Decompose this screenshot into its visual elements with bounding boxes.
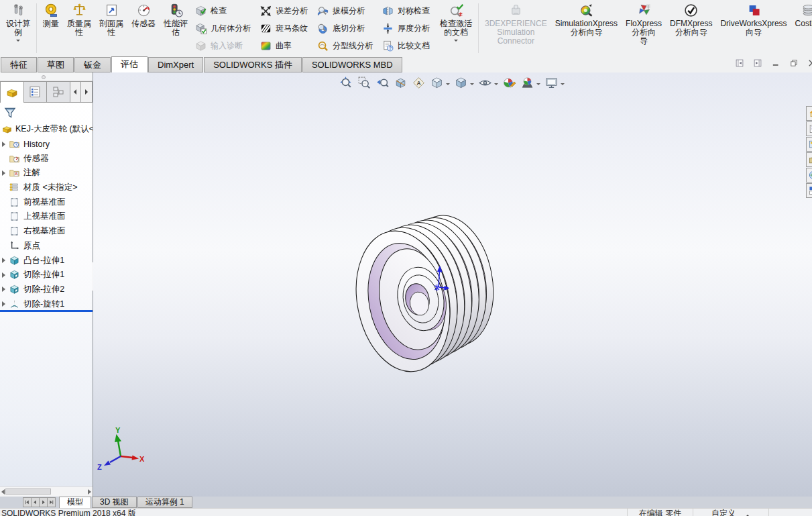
expand-arrow-slot[interactable] xyxy=(2,142,9,147)
ribbon-button-design-study[interactable]: 设计算例 xyxy=(2,0,34,56)
expand-arrow-icon[interactable] xyxy=(2,142,5,147)
headsup-hide-show-items-button[interactable] xyxy=(476,74,500,91)
dropdown-caret-icon[interactable] xyxy=(16,40,20,44)
ribbon-button-undercut-analysis[interactable]: 底切分析 xyxy=(314,19,379,37)
ribbon-button-symmetry-check[interactable]: 对称检查 xyxy=(379,2,436,19)
ribbon-button-check-active-doc[interactable]: 检查激活的文档 xyxy=(436,0,476,56)
dropdown-caret-icon[interactable] xyxy=(494,83,498,87)
ribbon-button-geometry-analysis[interactable]: 几何体分析 xyxy=(192,19,257,37)
headsup-zoom-to-area-button[interactable] xyxy=(355,74,373,91)
expand-arrow-icon[interactable] xyxy=(2,272,5,278)
expand-arrow-icon[interactable] xyxy=(2,170,5,176)
ribbon-button-sensor[interactable]: 传感器 xyxy=(127,0,160,56)
rollback-bar[interactable] xyxy=(0,310,93,312)
tree-item[interactable]: 传感器 xyxy=(0,151,93,166)
window-close-button[interactable] xyxy=(807,58,812,70)
expand-arrow-icon[interactable] xyxy=(2,301,5,307)
tree-item[interactable]: 注解 xyxy=(0,166,93,180)
scrollbar-thumb[interactable] xyxy=(5,488,51,495)
expand-arrow-icon[interactable] xyxy=(2,258,5,263)
ribbon-button-costing[interactable]: Costing xyxy=(791,0,812,56)
expand-arrow-icon[interactable] xyxy=(2,287,5,292)
ribbon-button-curvature[interactable]: 曲率 xyxy=(257,37,314,54)
scroll-left-arrow-icon[interactable] xyxy=(1,489,5,495)
taskpane-toolbox-button[interactable] xyxy=(806,152,812,167)
ribbon-button-parting-line-analysis[interactable]: 分型线分析 xyxy=(314,37,379,54)
dropdown-caret-icon[interactable] xyxy=(536,83,540,87)
splitter-handle-dot[interactable] xyxy=(42,75,46,79)
window-pane-left-button[interactable] xyxy=(735,58,744,70)
headsup-zoom-to-fit-button[interactable] xyxy=(337,74,355,91)
ribbon-button-dfmxpress[interactable]: DFMXpress分析向导 xyxy=(666,0,716,56)
tree-item[interactable]: 切除-拉伸2 xyxy=(0,282,93,297)
scroll-right-arrow-icon[interactable] xyxy=(88,489,91,495)
expand-arrow-slot[interactable] xyxy=(2,287,9,292)
ribbon-button-driveworksxpress[interactable]: DriveWorksXpress向导 xyxy=(716,0,791,56)
headsup-display-style-button[interactable] xyxy=(452,74,476,91)
tab-nav-last-button[interactable] xyxy=(47,497,56,507)
ribbon-tab-草图[interactable]: 草图 xyxy=(38,57,74,72)
ribbon-tab-特征[interactable]: 特征 xyxy=(1,57,37,72)
ribbon-tab-SOLIDWORKS 插件[interactable]: SOLIDWORKS 插件 xyxy=(204,57,302,72)
document-tab-运动算例 1[interactable]: 运动算例 1 xyxy=(137,497,192,508)
ribbon-button-simulationxpress[interactable]: SimulationXpress分析向导 xyxy=(551,0,622,56)
taskpane-appearances-button[interactable] xyxy=(806,183,812,198)
document-tab-模型[interactable]: 模型 xyxy=(59,497,91,509)
panel-tab-scroll-left[interactable] xyxy=(70,81,82,103)
ribbon-tab-DimXpert[interactable]: DimXpert xyxy=(148,57,203,72)
tree-item[interactable]: 材质 <未指定> xyxy=(0,180,93,195)
tree-item[interactable]: 切除-拉伸1 xyxy=(0,268,93,282)
tree-item[interactable]: 右视基准面 xyxy=(0,224,93,239)
tree-item[interactable]: 凸台-拉伸1 xyxy=(0,253,93,268)
ribbon-tab-SOLIDWORKS MBD[interactable]: SOLIDWORKS MBD xyxy=(302,57,402,72)
headsup-section-view-button[interactable] xyxy=(392,74,410,91)
headsup-edit-appearance-button[interactable] xyxy=(500,74,518,91)
panel-tab-scroll-right[interactable] xyxy=(81,81,93,103)
window-restore-button[interactable] xyxy=(789,58,799,70)
expand-arrow-slot[interactable] xyxy=(2,301,9,307)
status-custom-dropdown[interactable]: 自定义 xyxy=(693,509,768,516)
taskpane-online-resources-button[interactable] xyxy=(806,168,812,183)
taskpane-home-button[interactable] xyxy=(806,106,812,121)
window-minimize-button[interactable] xyxy=(771,58,780,70)
expand-arrow-slot[interactable] xyxy=(2,170,9,176)
headsup-annotation-views-button[interactable] xyxy=(410,74,428,91)
ribbon-tab-钣金[interactable]: 钣金 xyxy=(74,57,111,72)
taskpane-file-explorer-button[interactable] xyxy=(806,121,812,136)
panel-horizontal-scrollbar[interactable] xyxy=(0,486,93,497)
ribbon-button-zebra-stripes[interactable]: 斑马条纹 xyxy=(257,19,314,37)
dropdown-caret-icon[interactable] xyxy=(446,83,450,87)
status-tag-button[interactable] xyxy=(768,509,812,516)
tree-item[interactable]: 前视基准面 xyxy=(0,195,93,209)
dropdown-caret-icon[interactable] xyxy=(561,83,565,87)
dropdown-caret-icon[interactable] xyxy=(454,40,458,44)
tree-item[interactable]: 切除-旋转1 xyxy=(0,297,93,311)
ribbon-button-mass-props[interactable]: 质量属性 xyxy=(63,0,95,56)
headsup-view-settings-button[interactable] xyxy=(542,74,567,91)
taskpane-design-library-button[interactable] xyxy=(806,137,812,152)
expand-arrow-slot[interactable] xyxy=(2,272,9,278)
ribbon-button-performance[interactable]: 性能评估 xyxy=(160,0,192,56)
headsup-previous-view-button[interactable] xyxy=(373,74,392,91)
tree-item[interactable]: History xyxy=(0,137,93,152)
window-pane-right-button[interactable] xyxy=(753,58,762,70)
ribbon-button-check-entity[interactable]: 检查 xyxy=(192,2,257,19)
graphics-viewport[interactable]: Y X Z xyxy=(93,72,812,497)
ribbon-button-deviation-analysis[interactable]: 误差分析 xyxy=(257,2,314,19)
ribbon-button-floxpress[interactable]: FloXpress分析向导 xyxy=(622,0,666,56)
expand-arrow-slot[interactable] xyxy=(2,258,9,263)
ribbon-button-section-props[interactable]: 剖面属性 xyxy=(95,0,127,56)
tree-item-root[interactable]: KEJ-大皮带轮 (默认< xyxy=(0,122,93,137)
ribbon-button-draft-analysis[interactable]: 拔模分析 xyxy=(314,2,379,19)
document-tab-3D 视图[interactable]: 3D 视图 xyxy=(92,497,137,508)
headsup-view-orientation-button[interactable] xyxy=(428,74,452,91)
panel-top-splitter[interactable] xyxy=(0,72,93,81)
ribbon-button-thickness-analysis[interactable]: 厚度分析 xyxy=(379,19,436,37)
panel-tab-configurationmanager[interactable] xyxy=(47,81,70,103)
panel-tab-propertymanager[interactable] xyxy=(24,81,48,103)
headsup-apply-scene-button[interactable] xyxy=(518,74,542,91)
ribbon-tab-评估[interactable]: 评估 xyxy=(111,56,148,72)
panel-tab-featuremanager[interactable] xyxy=(0,81,24,103)
ribbon-button-compare-documents[interactable]: 比较文档 xyxy=(379,37,436,54)
tree-item[interactable]: 原点 xyxy=(0,239,93,254)
